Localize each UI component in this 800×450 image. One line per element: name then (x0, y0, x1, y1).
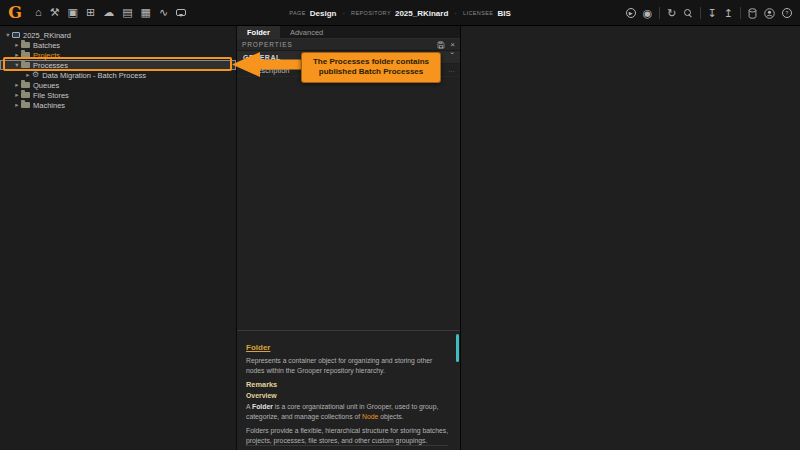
properties-title: PROPERTIES (242, 41, 293, 48)
topbar-nav-icons: ⌂ ⚒ ▣ ⊞ ☁ ▤ ▦ ∿ (35, 7, 186, 18)
help-paragraph-2: Folders provide a flexible, hierarchical… (246, 426, 451, 445)
property-tabs: Folder Advanced (237, 26, 460, 39)
workspace-area (461, 26, 800, 450)
help-remarks-heading: Remarks (246, 380, 451, 389)
help-icon[interactable]: ? (782, 8, 792, 18)
folder-icon (21, 92, 30, 98)
licensee-label: LICENSEE (463, 10, 493, 16)
refresh-icon[interactable]: ↻ (667, 8, 676, 19)
repository-value[interactable]: 2025_RKinard (395, 9, 448, 18)
search-icon[interactable] (684, 9, 693, 18)
tree-item-label: Processes (33, 61, 68, 70)
toolbar-separator (659, 7, 660, 19)
help-title-link[interactable]: Folder (246, 343, 270, 352)
tab-advanced[interactable]: Advanced (280, 26, 333, 38)
help-text: objects. (378, 413, 403, 420)
properties-panel: Folder Advanced PROPERTIES × GENERAL ˇ D… (237, 26, 461, 450)
batches-icon[interactable]: ▣ (68, 7, 78, 18)
tree-item-2025-rkinard[interactable]: ▾ 2025_RKinard (0, 30, 236, 40)
tree-item-label: Machines (33, 101, 65, 110)
expand-arrow-icon[interactable]: ▸ (13, 92, 21, 99)
annotation-callout: The Processes folder contains published … (301, 52, 441, 83)
expand-arrow-icon[interactable]: ▸ (13, 52, 21, 59)
user-icon[interactable] (764, 8, 775, 19)
toolbar-separator (700, 7, 701, 19)
close-icon[interactable]: × (450, 41, 455, 49)
folder-icon (21, 62, 30, 68)
tree-item-label: File Stores (33, 91, 69, 100)
expand-arrow-icon[interactable]: ▸ (13, 42, 21, 49)
grooper-window: G ⌂ ⚒ ▣ ⊞ ☁ ▤ ▦ ∿ PAGE Design · REPOSITO… (0, 0, 800, 450)
run-icon[interactable]: ▶ (626, 8, 636, 18)
toolbar-separator (740, 7, 741, 19)
design-tools-icon[interactable]: ⚒ (50, 7, 60, 18)
batch-process-icon: ⚙ (32, 71, 39, 79)
help-text: is a core organizational unit in Grooper… (246, 403, 438, 420)
topbar-action-icons: ▶ ◉ ↻ ↧ ↥ ? (626, 0, 792, 26)
tree-item-projects[interactable]: ▸ Projects (0, 50, 236, 60)
tree-item-label: Projects (33, 51, 60, 60)
grooper-logo[interactable]: G (3, 1, 27, 25)
help-paragraph-1: A Folder is a core organizational unit i… (246, 402, 451, 421)
expand-arrow-icon[interactable]: ▸ (13, 82, 21, 89)
node-link[interactable]: Node (362, 413, 378, 420)
tree-item-file-stores[interactable]: ▸ File Stores (0, 90, 236, 100)
tree-item-queues[interactable]: ▸ Queues (0, 80, 236, 90)
folder-icon (21, 102, 30, 108)
activity-icon[interactable]: ∿ (159, 7, 168, 18)
properties-header: PROPERTIES × (237, 39, 460, 51)
tree-item-label: Data Migration - Batch Process (42, 71, 146, 80)
tree-item-label: Queues (33, 81, 59, 90)
tree-item-machines[interactable]: ▸ Machines (0, 100, 236, 110)
separator-dot: · (452, 9, 459, 18)
expand-arrow-icon[interactable]: ▾ (13, 62, 21, 69)
download-icon[interactable]: ↧ (708, 8, 717, 19)
tree-item-processes[interactable]: ▾ Processes (0, 60, 236, 70)
separator-dot: · (340, 9, 347, 18)
tree-item-label: 2025_RKinard (23, 31, 71, 40)
tasks-icon[interactable]: ⊞ (86, 7, 95, 18)
expand-arrow-icon[interactable]: ▸ (13, 102, 21, 109)
folder-icon (21, 82, 30, 88)
tree-item-batches[interactable]: ▸ Batches (0, 40, 236, 50)
tab-folder[interactable]: Folder (237, 26, 280, 38)
expand-arrow-icon[interactable]: ▾ (4, 32, 12, 39)
record-icon[interactable]: ◉ (643, 8, 653, 19)
callout-text: The Processes folder contains published … (313, 57, 429, 76)
help-intro: Represents a container object for organi… (246, 356, 451, 375)
repository-tree: ▾ 2025_RKinard ▸ Batches ▸ Projects ▾ Pr… (0, 26, 237, 450)
upload-icon[interactable]: ↥ (724, 8, 733, 19)
help-divider (246, 445, 448, 446)
folder-icon (21, 42, 30, 48)
dashboard-icon[interactable]: ▦ (141, 7, 151, 18)
repository-label: REPOSITORY (351, 10, 391, 16)
help-bold-folder: Folder (252, 403, 273, 410)
cloud-icon[interactable]: ☁ (103, 7, 114, 18)
database-icon[interactable] (748, 8, 757, 19)
home-icon[interactable]: ⌂ (35, 7, 42, 18)
imaging-icon[interactable]: ▤ (122, 7, 132, 18)
page-label: PAGE (289, 10, 305, 16)
chat-icon[interactable] (176, 9, 186, 16)
chevron-down-icon[interactable]: ˇ (451, 54, 455, 59)
tree-item-data-migration[interactable]: ▸ ⚙ Data Migration - Batch Process (0, 70, 236, 80)
repository-icon (12, 32, 20, 38)
page-value[interactable]: Design (310, 9, 337, 18)
folder-icon (21, 52, 30, 58)
context-info: PAGE Design · REPOSITORY 2025_RKinard · … (289, 0, 510, 26)
licensee-value[interactable]: BIS (497, 9, 510, 18)
ellipsis-icon: … (448, 68, 455, 72)
expand-arrow-icon[interactable]: ▸ (24, 72, 32, 79)
property-grid-empty (237, 77, 460, 330)
topbar: G ⌂ ⚒ ▣ ⊞ ☁ ▤ ▦ ∿ PAGE Design · REPOSITO… (0, 0, 800, 26)
save-icon[interactable] (437, 41, 445, 49)
help-overview-heading: Overview (246, 392, 451, 399)
help-scrollbar-thumb[interactable] (456, 334, 459, 362)
tree-item-label: Batches (33, 41, 60, 50)
help-pane: Folder Represents a container object for… (237, 330, 460, 450)
